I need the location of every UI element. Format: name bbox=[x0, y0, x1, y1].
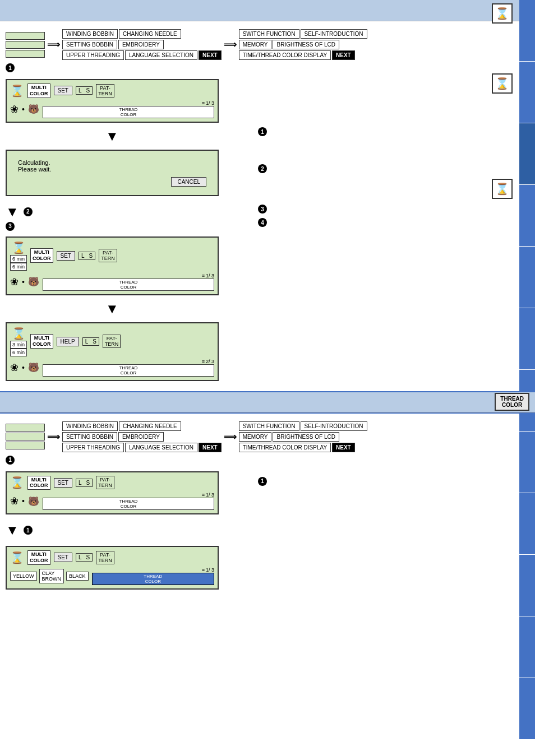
lcd-time-display-3: ⌛ 3 min 6 min bbox=[10, 327, 27, 356]
lcd-set-btn-4[interactable]: SET bbox=[54, 478, 72, 488]
lcd-multi-color-1: MULTICOLOR bbox=[27, 84, 50, 98]
lcd-screen-5: ⌛ MULTICOLOR SET L S PAT-TERN YELLOW CLA… bbox=[6, 546, 219, 590]
right-tab-8[interactable] bbox=[519, 432, 535, 493]
lcd-bear-4: 🐻 bbox=[28, 496, 39, 507]
nav-self-intro-2[interactable]: SELF-INTRODUCTION bbox=[301, 421, 367, 431]
lcd-thread-color-btn-1[interactable]: THREADCOLOR bbox=[43, 106, 214, 118]
lcd-ls-5[interactable]: L S bbox=[76, 553, 93, 562]
lcd-thread-color-btn-3[interactable]: THREADCOLOR bbox=[43, 364, 214, 377]
nav-switch-function-1[interactable]: SWITCH FUNCTION bbox=[239, 29, 299, 39]
nav-time-thread-1[interactable]: TIME/THREAD COLOR DISPLAY bbox=[239, 50, 331, 60]
right-tab-12[interactable] bbox=[519, 678, 535, 740]
right-tab-2[interactable] bbox=[519, 62, 535, 123]
lcd-ls-4[interactable]: L S bbox=[76, 479, 93, 487]
lcd-page-icon-2: ≡ bbox=[202, 273, 205, 279]
section2-header: THREADCOLOR bbox=[0, 392, 535, 412]
nav-embroidery-2[interactable]: EMBROIDERY bbox=[118, 432, 164, 442]
nav-row-1-1: WINDING BOBBIN CHANGING NEEDLE bbox=[62, 29, 222, 39]
thread-color-btn-header[interactable]: THREADCOLOR bbox=[495, 393, 529, 411]
right-tab-5[interactable] bbox=[519, 247, 535, 308]
annotation-3: 3 bbox=[258, 205, 513, 214]
nav-next-2[interactable]: NEXT bbox=[332, 50, 355, 60]
nav-setting-bobbin-2[interactable]: SETTING BOBBIN bbox=[62, 432, 117, 442]
nav-self-intro-1[interactable]: SELF-INTRODUCTION bbox=[301, 29, 367, 39]
color-clay-brown: CLAYBROWN bbox=[39, 569, 64, 583]
nav-next-4[interactable]: NEXT bbox=[332, 443, 355, 452]
down-arrow-s2: ▼ bbox=[6, 522, 19, 538]
bullet-3: 3 bbox=[6, 222, 15, 231]
nav-row-4-1: SWITCH FUNCTION SELF-INTRODUCTION bbox=[239, 421, 367, 431]
lcd-counter-1: 1/ 3 bbox=[206, 100, 214, 106]
right-tab-6[interactable] bbox=[519, 308, 535, 370]
arrow-right-4: ⟹ bbox=[224, 432, 237, 442]
nav-embroidery-1[interactable]: EMBROIDERY bbox=[118, 40, 164, 49]
lcd-page-icon-5: ≡ bbox=[202, 567, 205, 573]
nav-memory-1[interactable]: MEMORY bbox=[239, 40, 272, 49]
lcd-dot-3: • bbox=[22, 363, 25, 372]
lcd-top-row-5: ⌛ MULTICOLOR SET L S PAT-TERN bbox=[10, 550, 214, 565]
bullet1-row-2: 1 bbox=[6, 456, 513, 465]
right-annotations: 1 2 ⌛ 3 4 bbox=[258, 127, 513, 227]
nav-rows-4: SWITCH FUNCTION SELF-INTRODUCTION MEMORY… bbox=[239, 421, 367, 452]
lcd-set-btn-5[interactable]: SET bbox=[54, 553, 72, 562]
lcd-set-btn-1[interactable]: SET bbox=[54, 86, 72, 95]
nav-time-thread-2[interactable]: TIME/THREAD COLOR DISPLAY bbox=[239, 443, 331, 452]
nav-upper-threading-1[interactable]: UPPER THREADING bbox=[62, 50, 124, 60]
arrow-right-2: ⟹ bbox=[224, 39, 237, 50]
nav-setting-bobbin-1[interactable]: SETTING BOBBIN bbox=[62, 40, 117, 49]
right-tab-3[interactable] bbox=[519, 123, 535, 185]
nav-upper-threading-2[interactable]: UPPER THREADING bbox=[62, 443, 124, 452]
nav-row-3-2: SETTING BOBBIN EMBROIDERY bbox=[62, 432, 222, 442]
cancel-btn[interactable]: CANCEL bbox=[171, 177, 206, 187]
lcd-bear-3: 🐻 bbox=[28, 362, 39, 373]
lcd-bottom-row-2: ❀ • 🐻 ≡ 1/ 3 THREADCOLOR bbox=[10, 273, 214, 291]
lcd-help-btn-3[interactable]: HELP bbox=[57, 337, 79, 346]
lcd-page-indicator-5: ≡ 1/ 3 bbox=[92, 567, 214, 573]
nav-memory-2[interactable]: MEMORY bbox=[239, 432, 272, 442]
lcd-ls-1[interactable]: L S bbox=[76, 86, 93, 95]
nav-next-3[interactable]: NEXT bbox=[199, 443, 222, 452]
right-tab-9[interactable] bbox=[519, 493, 535, 555]
lcd-time-display-2: ⌛ 6 min 6 min bbox=[10, 241, 27, 271]
lcd-set-btn-2[interactable]: SET bbox=[57, 251, 75, 261]
nav-row-1-2: SETTING BOBBIN EMBROIDERY bbox=[62, 40, 222, 49]
nav-brightness-1[interactable]: BRIGHTNESS OF LCD bbox=[273, 40, 339, 49]
nav-language-selection-2[interactable]: LANGUAGE SELECTION bbox=[125, 443, 197, 452]
lcd-counter-5: 1/ 3 bbox=[206, 567, 214, 573]
ann-circle-1: 1 bbox=[258, 127, 267, 136]
annotation-s2-1: 1 bbox=[258, 477, 513, 486]
lcd-pat-tern-2: PAT-TERN bbox=[99, 249, 117, 262]
nav-language-selection-1[interactable]: LANGUAGE SELECTION bbox=[125, 50, 197, 60]
left-panel-2: ⌛ MULTICOLOR SET L S PAT-TERN ❀ • 🐻 ≡ 1/… bbox=[6, 466, 247, 595]
lcd-thread-color-btn-highlighted[interactable]: THREADCOLOR bbox=[92, 573, 214, 585]
nav-next-1[interactable]: NEXT bbox=[199, 50, 222, 60]
right-tab-10[interactable] bbox=[519, 555, 535, 616]
lcd-thread-color-btn-4[interactable]: THREADCOLOR bbox=[43, 498, 214, 510]
lcd-multi-color-3: MULTICOLOR bbox=[30, 334, 53, 349]
right-tab-11[interactable] bbox=[519, 616, 535, 678]
nav-winding-bobbin-2[interactable]: WINDING BOBBIN bbox=[62, 421, 118, 431]
nav-changing-needle-2[interactable]: CHANGING NEEDLE bbox=[119, 421, 181, 431]
machine-display-1 bbox=[6, 32, 45, 58]
down-arrow-3: ▼ bbox=[6, 301, 219, 317]
lcd-counter-4: 1/ 3 bbox=[206, 492, 214, 498]
lcd-multi-color-2: MULTICOLOR bbox=[30, 248, 53, 263]
arrow-right-1: ⟹ bbox=[47, 39, 60, 50]
time-box-bot-2: 6 min bbox=[10, 263, 27, 271]
lcd-screen-3: ⌛ 3 min 6 min MULTICOLOR HELP L S PAT-TE… bbox=[6, 322, 219, 381]
nav-winding-bobbin-1[interactable]: WINDING BOBBIN bbox=[62, 29, 118, 39]
lcd-ls-2[interactable]: L S bbox=[79, 252, 95, 260]
lcd-screen-2: ⌛ 6 min 6 min MULTICOLOR SET L S PAT-TER… bbox=[6, 236, 219, 295]
nav-changing-needle-1[interactable]: CHANGING NEEDLE bbox=[119, 29, 181, 39]
lcd-ls-3[interactable]: L S bbox=[82, 337, 99, 346]
right-tabs bbox=[519, 0, 535, 740]
right-tab-1[interactable] bbox=[519, 0, 535, 62]
ann-circle-2: 2 bbox=[258, 164, 267, 173]
ann-circle-4: 4 bbox=[258, 218, 267, 227]
nav-brightness-2[interactable]: BRIGHTNESS OF LCD bbox=[273, 432, 339, 442]
nav-switch-function-2[interactable]: SWITCH FUNCTION bbox=[239, 421, 299, 431]
lcd-bottom-row-4: ❀ • 🐻 ≡ 1/ 3 THREADCOLOR bbox=[10, 492, 214, 510]
lcd-thread-color-btn-2[interactable]: THREADCOLOR bbox=[43, 279, 214, 291]
bullet1-row: 1 bbox=[6, 63, 513, 72]
right-tab-4[interactable] bbox=[519, 185, 535, 247]
